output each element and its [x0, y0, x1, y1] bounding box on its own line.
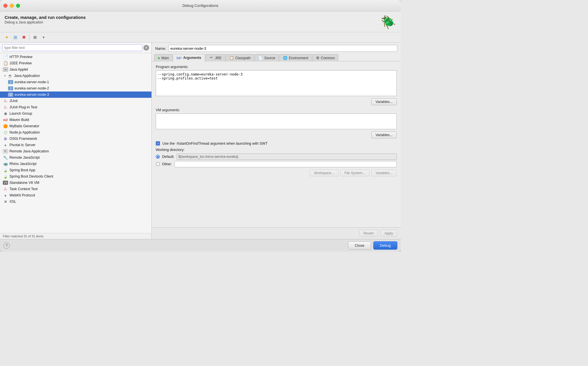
- list-item[interactable]: ⬡ Node.js Application: [0, 129, 151, 136]
- standalone-v8-icon: V8: [3, 181, 8, 185]
- tab-source[interactable]: 📄 Source: [254, 54, 279, 61]
- arguments-tab-label: Arguments: [183, 56, 201, 60]
- tabs-bar: ● Main (x)= Arguments ☕ JRE 📋 Classpath …: [152, 54, 401, 61]
- other-value-input[interactable]: [174, 161, 397, 167]
- source-tab-label: Source: [264, 56, 275, 60]
- filter-icon: ▾: [43, 35, 45, 39]
- osgi-icon: ⊕: [3, 136, 8, 141]
- close-window-button[interactable]: [3, 4, 7, 8]
- list-item[interactable]: ● Pivotal tc Server: [0, 142, 151, 148]
- classpath-tab-label: Classpath: [235, 56, 250, 60]
- tab-classpath[interactable]: 📋 Classpath: [226, 54, 254, 61]
- jre-tab-icon: ☕: [209, 56, 214, 60]
- name-input[interactable]: [168, 45, 397, 52]
- copy-icon: ⊞: [13, 35, 17, 40]
- default-radio-button[interactable]: [156, 155, 160, 159]
- list-item[interactable]: R Remote Java Application: [0, 148, 151, 154]
- filesystem-button[interactable]: File System...: [340, 170, 370, 176]
- revert-button[interactable]: Revert: [359, 230, 378, 237]
- program-args-variables-button[interactable]: Variables...: [371, 98, 397, 105]
- list-item[interactable]: ● WebKit Protocol: [0, 192, 151, 198]
- other-radio-button[interactable]: [156, 162, 160, 166]
- tab-common[interactable]: ⚙ Common: [312, 54, 339, 61]
- new-config-button[interactable]: ✦: [3, 34, 10, 41]
- copy-config-button[interactable]: ⊞: [11, 34, 19, 41]
- delete-config-button[interactable]: ✖: [20, 34, 27, 41]
- item-label: eureka-server-node-2: [15, 86, 49, 90]
- filter-bar: ✕: [0, 43, 151, 53]
- xstart-checkbox[interactable]: ✓: [156, 141, 160, 146]
- minimize-window-button[interactable]: [10, 4, 14, 8]
- apply-button[interactable]: Apply: [380, 230, 397, 237]
- list-item[interactable]: ⊕ Launch Group: [0, 110, 151, 117]
- filter-input[interactable]: [2, 44, 142, 51]
- close-button[interactable]: Close: [348, 241, 371, 250]
- list-item-selected[interactable]: J eureka-server-node-3: [0, 92, 151, 98]
- item-label: eureka-server-node-1: [15, 80, 49, 84]
- eureka1-icon: J: [8, 80, 13, 84]
- workdir-variables-button[interactable]: Variables...: [371, 170, 397, 176]
- toolbar: ✦ ⊞ ✖ ⊟ ▾: [0, 32, 401, 43]
- debug-button[interactable]: Debug: [373, 241, 397, 250]
- list-item[interactable]: 📄 HTTP Preview: [0, 54, 151, 60]
- xstart-checkbox-row: ✓ Use the -XstartOnFirstThread argument …: [156, 141, 397, 146]
- list-item[interactable]: 🟠 MyBatis Generator: [0, 123, 151, 129]
- main-tab-icon: ●: [158, 56, 160, 60]
- tab-jre[interactable]: ☕ JRE: [205, 54, 225, 61]
- default-radio-label: Default:: [162, 155, 174, 159]
- list-item[interactable]: 📋 J2EE Preview: [0, 60, 151, 66]
- nodejs-icon: ⬡: [3, 130, 8, 135]
- list-item[interactable]: 🍃 Spring Boot App: [0, 167, 151, 173]
- eureka2-icon: J: [8, 86, 13, 90]
- item-label: Java Applet: [9, 67, 28, 71]
- j2ee-icon: 📋: [3, 61, 8, 66]
- list-item[interactable]: J eureka-server-node-2: [0, 85, 151, 92]
- action-row: Revert Apply: [152, 227, 401, 239]
- item-label: MyBatis Generator: [9, 124, 39, 128]
- debug-configurations-window: Debug Configurations Create, manage, and…: [0, 0, 401, 252]
- header: Create, manage, and run configurations D…: [0, 11, 401, 32]
- help-button[interactable]: ?: [3, 242, 10, 249]
- item-label: Remote JavaScript: [9, 156, 40, 160]
- default-value-input: [177, 154, 397, 160]
- tab-main[interactable]: ● Main: [154, 54, 173, 61]
- list-item[interactable]: ⊕ OSGi Framework: [0, 136, 151, 142]
- tab-arguments[interactable]: (x)= Arguments: [173, 54, 205, 61]
- remote-js-icon: 🔧: [3, 155, 8, 160]
- list-item[interactable]: ✖ XSL: [0, 198, 151, 205]
- other-radio-row: Other:: [156, 161, 397, 167]
- list-item[interactable]: ▾ ☕ Java Application: [0, 73, 151, 79]
- xsl-icon: ✖: [3, 199, 8, 204]
- list-item[interactable]: Jv Java Applet: [0, 66, 151, 73]
- header-text: Create, manage, and run configurations D…: [5, 15, 86, 24]
- list-item[interactable]: 🦏 Rhino JavaScript: [0, 161, 151, 167]
- tab-environment[interactable]: 🌐 Environment: [279, 54, 312, 61]
- list-item[interactable]: J eureka-server-node-1: [0, 79, 151, 85]
- list-item[interactable]: 🍃 Spring Boot Devtools Client: [0, 173, 151, 180]
- eureka3-icon: J: [8, 93, 13, 97]
- item-label: HTTP Preview: [9, 55, 32, 59]
- list-item[interactable]: Jᵤ JUnit Plug-in Test: [0, 104, 151, 110]
- vm-args-textarea[interactable]: [156, 114, 397, 129]
- workspace-button[interactable]: Workspace...: [310, 170, 338, 176]
- list-item[interactable]: V8 Standalone V8 VM: [0, 180, 151, 186]
- item-label: Remote Java Application: [9, 149, 49, 153]
- delete-icon: ✖: [22, 35, 26, 40]
- item-label: WebKit Protocol: [9, 193, 35, 197]
- list-item[interactable]: Jᵤ Task Context Test: [0, 186, 151, 192]
- filter-clear-button[interactable]: ✕: [143, 45, 149, 51]
- filter-button[interactable]: ▾: [40, 34, 47, 41]
- list-item[interactable]: 🔧 Remote JavaScript: [0, 154, 151, 161]
- item-label: Task Context Test: [9, 187, 38, 191]
- item-label: J2EE Preview: [9, 61, 32, 65]
- list-item[interactable]: Jᵤ JUnit: [0, 98, 151, 104]
- list-item[interactable]: m2 Maven Build: [0, 117, 151, 123]
- item-label: JUnit Plug-in Test: [9, 105, 37, 109]
- program-args-textarea[interactable]: --spring.config.name=eureka-server-node-…: [156, 70, 397, 96]
- right-panel: Name: ● Main (x)= Arguments ☕ JRE 📋: [152, 43, 401, 239]
- vm-args-variables-button[interactable]: Variables...: [371, 132, 397, 138]
- left-panel: ✕ 📄 HTTP Preview 📋 J2EE Preview Jv Java …: [0, 43, 152, 239]
- filter-status: Filter matched 31 of 31 items: [0, 233, 151, 239]
- collapse-all-button[interactable]: ⊟: [31, 34, 39, 41]
- maximize-window-button[interactable]: [16, 4, 20, 8]
